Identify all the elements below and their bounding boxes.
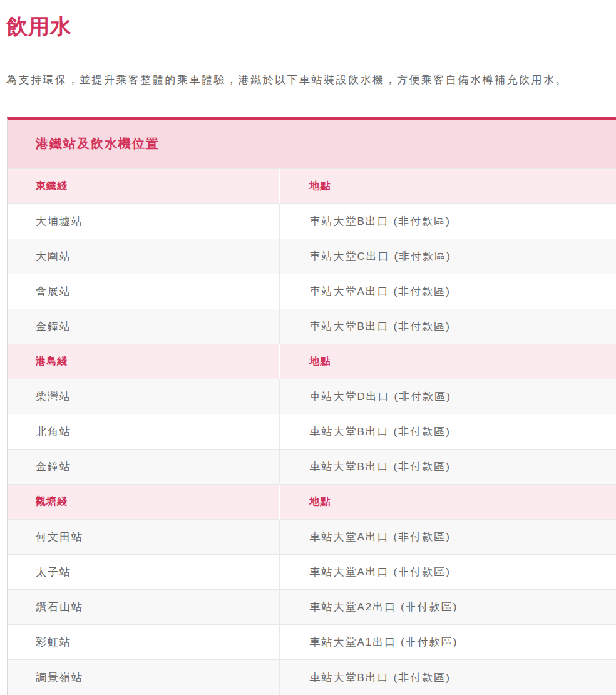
- table-row: 鑽石山站車站大堂A2出口 (非付款區): [8, 590, 616, 625]
- table-row: 金鐘站車站大堂B出口 (非付款區): [8, 450, 616, 485]
- station-cell: 太子站: [8, 555, 279, 590]
- location-cell: 車站大堂A出口 (非付款區): [279, 274, 616, 309]
- location-header-cell: 地點: [279, 169, 616, 204]
- location-header-cell: 地點: [279, 485, 616, 520]
- table-row: 北角站車站大堂B出口 (非付款區): [8, 414, 616, 450]
- location-header-cell: 地點: [279, 344, 616, 379]
- water-dispenser-table: 港鐵站及飲水機位置 東鐵綫地點大埔墟站車站大堂B出口 (非付款區)大圍站車站大堂…: [7, 117, 616, 695]
- location-cell: 車站大堂B出口 (非付款區): [279, 414, 616, 450]
- table-title: 港鐵站及飲水機位置: [8, 120, 616, 168]
- intro-text: 為支持環保，並提升乘客整體的乘車體驗，港鐵於以下車站裝設飲水機，方便乘客自備水樽…: [6, 72, 616, 88]
- table-row: 大圍站車站大堂C出口 (非付款區): [8, 239, 616, 274]
- table-row: 會展站車站大堂A出口 (非付款區): [8, 274, 616, 309]
- location-cell: 車站大堂A出口 (非付款區): [279, 555, 616, 590]
- table-row: 彩虹站車站大堂A1出口 (非付款區): [8, 625, 616, 660]
- station-cell: 何文田站: [8, 520, 279, 555]
- station-cell: 調景嶺站: [8, 660, 279, 695]
- page-title: 飲用水: [6, 14, 616, 39]
- station-cell: 北角站: [8, 414, 279, 450]
- line-name-cell: 觀塘綫: [8, 485, 279, 520]
- table-row: 柴灣站車站大堂D出口 (非付款區): [8, 379, 616, 414]
- location-cell: 車站大堂A2出口 (非付款區): [279, 590, 616, 625]
- location-cell: 車站大堂B出口 (非付款區): [279, 450, 616, 485]
- location-cell: 車站大堂B出口 (非付款區): [279, 660, 616, 695]
- line-name-cell: 東鐵綫: [8, 169, 279, 204]
- stations-table: 東鐵綫地點大埔墟站車站大堂B出口 (非付款區)大圍站車站大堂C出口 (非付款區)…: [8, 168, 616, 695]
- location-cell: 車站大堂A出口 (非付款區): [279, 520, 616, 555]
- table-row: 金鐘站車站大堂B出口 (非付款區): [8, 309, 616, 344]
- location-cell: 車站大堂A1出口 (非付款區): [279, 625, 616, 660]
- location-cell: 車站大堂D出口 (非付款區): [279, 379, 616, 414]
- page: 飲用水 為支持環保，並提升乘客整體的乘車體驗，港鐵於以下車站裝設飲水機，方便乘客…: [0, 14, 616, 695]
- table-row: 調景嶺站車站大堂B出口 (非付款區): [8, 660, 616, 695]
- line-header-row: 東鐵綫地點: [8, 169, 616, 204]
- line-header-row: 港島綫地點: [8, 344, 616, 379]
- location-cell: 車站大堂B出口 (非付款區): [279, 204, 616, 239]
- location-cell: 車站大堂B出口 (非付款區): [279, 309, 616, 344]
- line-name-cell: 港島綫: [8, 344, 279, 379]
- station-cell: 金鐘站: [8, 309, 279, 344]
- station-cell: 鑽石山站: [8, 590, 279, 625]
- station-cell: 金鐘站: [8, 450, 279, 485]
- table-row: 大埔墟站車站大堂B出口 (非付款區): [8, 204, 616, 239]
- station-cell: 大埔墟站: [8, 204, 279, 239]
- table-row: 太子站車站大堂A出口 (非付款區): [8, 555, 616, 590]
- station-cell: 柴灣站: [8, 379, 279, 414]
- table-row: 何文田站車站大堂A出口 (非付款區): [8, 520, 616, 555]
- location-cell: 車站大堂C出口 (非付款區): [279, 239, 616, 274]
- station-cell: 彩虹站: [8, 625, 279, 660]
- stations-table-body: 東鐵綫地點大埔墟站車站大堂B出口 (非付款區)大圍站車站大堂C出口 (非付款區)…: [8, 169, 616, 695]
- station-cell: 會展站: [8, 274, 279, 309]
- station-cell: 大圍站: [8, 239, 279, 274]
- line-header-row: 觀塘綫地點: [8, 485, 616, 520]
